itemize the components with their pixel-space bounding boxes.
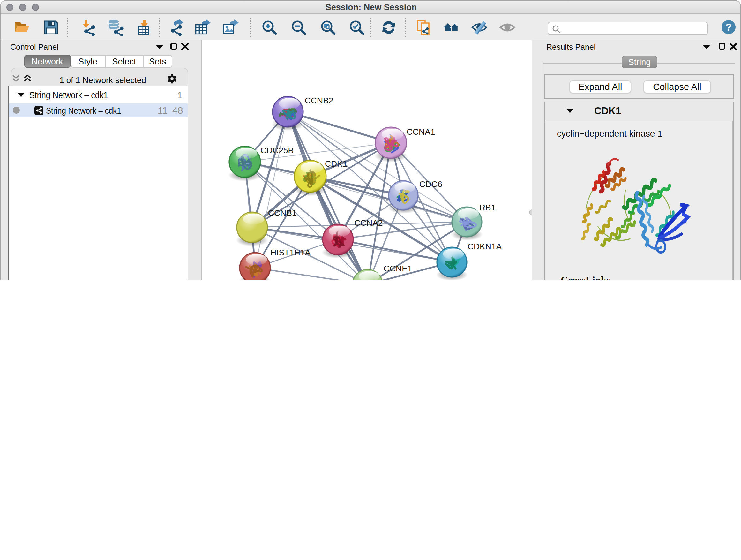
svg-text:CDKN1A: CDKN1A — [468, 242, 502, 251]
svg-text:CCNA2: CCNA2 — [354, 218, 383, 228]
svg-text:HIST1H1A: HIST1H1A — [270, 248, 311, 257]
svg-text:CCNB1: CCNB1 — [268, 208, 296, 218]
svg-text:CDC6: CDC6 — [419, 179, 442, 189]
svg-text:CCNE1: CCNE1 — [384, 264, 412, 273]
svg-text:RB1: RB1 — [479, 203, 495, 212]
svg-text:CDC25B: CDC25B — [260, 145, 293, 155]
svg-text:?: ? — [725, 21, 731, 33]
svg-text:CCNB2: CCNB2 — [305, 96, 333, 105]
svg-text:CCNA1: CCNA1 — [407, 127, 435, 137]
svg-text:CDK1: CDK1 — [325, 159, 347, 169]
